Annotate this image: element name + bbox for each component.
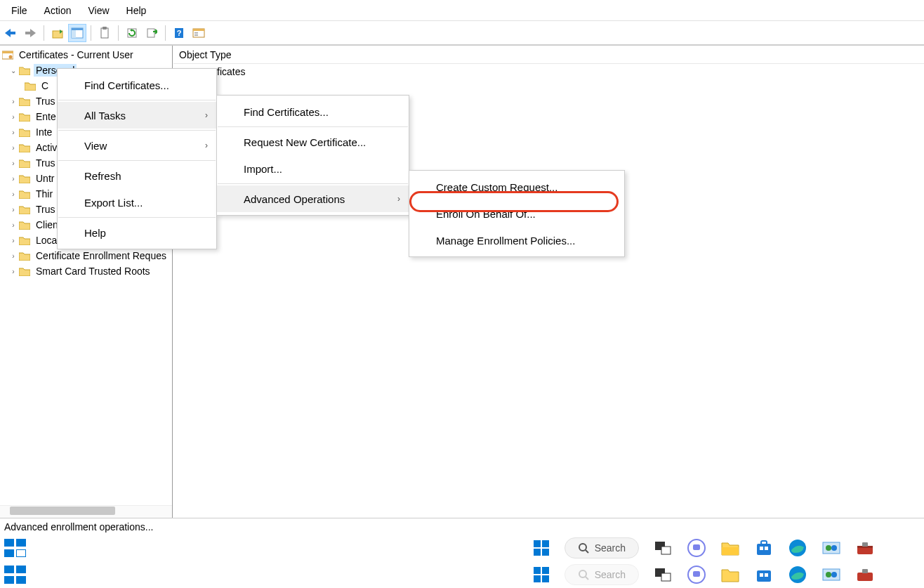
folder-icon bbox=[18, 235, 31, 246]
svg-rect-13 bbox=[193, 29, 204, 31]
svg-rect-23 bbox=[542, 549, 549, 556]
back-button[interactable] bbox=[1, 24, 20, 42]
ctx-find-certificates-2[interactable]: Find Certificates... bbox=[217, 98, 409, 125]
help-button[interactable]: ? bbox=[170, 24, 188, 42]
export-button[interactable] bbox=[143, 24, 161, 42]
file-explorer-icon[interactable] bbox=[720, 538, 740, 558]
folder-icon bbox=[18, 250, 31, 261]
svg-rect-33 bbox=[760, 547, 763, 550]
ctx-help[interactable]: Help bbox=[58, 219, 216, 246]
tree-node[interactable]: ›Smart Card Trusted Roots bbox=[1, 263, 172, 279]
expander-icon[interactable]: › bbox=[8, 268, 18, 275]
expander-icon[interactable]: › bbox=[8, 159, 18, 167]
ctx-manage-enrollment-policies[interactable]: Manage Enrollment Policies... bbox=[409, 227, 624, 254]
menu-help[interactable]: Help bbox=[118, 2, 155, 19]
expander-icon[interactable]: › bbox=[8, 98, 18, 105]
ctx-create-custom-request[interactable]: Create Custom Request... bbox=[409, 174, 624, 200]
menu-file[interactable]: File bbox=[3, 2, 36, 19]
expander-icon[interactable]: › bbox=[8, 113, 18, 121]
expander-icon[interactable]: ⌄ bbox=[8, 67, 18, 74]
up-button[interactable] bbox=[48, 24, 67, 42]
tree-node[interactable]: ›Certificate Enrollment Reques bbox=[1, 248, 172, 263]
taskview-icon[interactable] bbox=[653, 565, 673, 584]
ctx-enroll-on-behalf-of[interactable]: Enroll On Behalf Of... bbox=[409, 200, 624, 227]
certificates-icon[interactable] bbox=[190, 24, 208, 42]
content-pane: Object Type ficates Find Certificates...… bbox=[173, 46, 924, 518]
taskbar: Search Search bbox=[0, 535, 924, 588]
tree-root[interactable]: Certificates - Current User bbox=[1, 47, 172, 63]
svg-point-19 bbox=[9, 55, 13, 59]
tree-node-label: Trus bbox=[34, 157, 57, 169]
expander-icon[interactable]: › bbox=[8, 252, 18, 260]
folder-icon bbox=[24, 80, 37, 91]
refresh-button[interactable] bbox=[123, 24, 141, 42]
tree-hscroll-thumb[interactable] bbox=[10, 507, 115, 515]
folder-icon bbox=[18, 96, 31, 107]
chevron-right-icon: › bbox=[205, 141, 208, 150]
expander-icon[interactable]: › bbox=[8, 175, 18, 183]
ctx-all-tasks[interactable]: All Tasks› bbox=[58, 102, 216, 129]
chat-icon[interactable] bbox=[687, 538, 706, 558]
expander-icon[interactable]: › bbox=[8, 190, 18, 198]
svg-rect-32 bbox=[761, 541, 767, 544]
svg-rect-42 bbox=[534, 567, 541, 574]
file-explorer-icon[interactable] bbox=[720, 565, 740, 584]
svg-rect-51 bbox=[693, 571, 700, 577]
column-header-object-type: Object Type bbox=[179, 49, 231, 60]
toolbox-icon[interactable] bbox=[855, 565, 875, 584]
search-placeholder: Search bbox=[595, 542, 626, 554]
ctx-request-new-certificate[interactable]: Request New Certificate... bbox=[217, 129, 409, 155]
show-tree-button[interactable] bbox=[68, 24, 86, 42]
svg-rect-54 bbox=[765, 573, 768, 577]
start-button-dup[interactable] bbox=[4, 566, 28, 584]
expander-icon[interactable]: › bbox=[8, 206, 18, 214]
expander-icon[interactable]: › bbox=[8, 237, 18, 244]
control-panel-icon[interactable] bbox=[821, 538, 841, 558]
svg-rect-0 bbox=[10, 32, 15, 34]
ctx-export-list[interactable]: Export List... bbox=[58, 189, 216, 216]
tree-node-label: Thir bbox=[34, 188, 55, 200]
content-header[interactable]: Object Type bbox=[173, 46, 924, 64]
ctx-advanced-operations[interactable]: Advanced Operations› bbox=[217, 185, 409, 212]
menu-separator bbox=[58, 160, 216, 161]
ctx-find-certificates[interactable]: Find Certificates... bbox=[58, 72, 216, 98]
taskview-icon[interactable] bbox=[653, 538, 673, 558]
start-menu-icon[interactable] bbox=[532, 539, 550, 557]
svg-point-24 bbox=[579, 544, 586, 551]
start-menu-icon[interactable] bbox=[532, 566, 550, 584]
chevron-right-icon: › bbox=[205, 110, 208, 120]
content-row[interactable]: ficates bbox=[173, 64, 924, 79]
taskbar-search[interactable]: Search bbox=[565, 537, 639, 558]
expander-icon[interactable]: › bbox=[8, 129, 18, 136]
toolbox-icon[interactable] bbox=[855, 538, 875, 558]
edge-icon[interactable] bbox=[788, 538, 807, 558]
svg-rect-14 bbox=[194, 32, 198, 33]
svg-rect-44 bbox=[534, 575, 541, 582]
folder-icon bbox=[18, 157, 31, 169]
ctx-refresh[interactable]: Refresh bbox=[58, 162, 216, 189]
forward-button[interactable] bbox=[21, 24, 39, 42]
menu-action[interactable]: Action bbox=[36, 2, 80, 19]
store-icon[interactable] bbox=[754, 565, 774, 584]
edge-icon[interactable] bbox=[788, 565, 807, 584]
tree-hscroll-track[interactable] bbox=[0, 505, 172, 518]
clipboard-button[interactable] bbox=[95, 24, 114, 42]
toolbar-separator bbox=[118, 25, 119, 41]
chat-icon[interactable] bbox=[687, 565, 706, 584]
svg-rect-7 bbox=[103, 27, 107, 30]
menu-view[interactable]: View bbox=[79, 2, 117, 19]
svg-rect-43 bbox=[542, 567, 549, 574]
folder-icon bbox=[18, 266, 31, 277]
ctx-import[interactable]: Import... bbox=[217, 155, 409, 182]
start-button[interactable] bbox=[4, 539, 28, 557]
expander-icon[interactable]: › bbox=[8, 144, 18, 152]
expander-icon[interactable]: › bbox=[8, 221, 18, 229]
tree-node-label: Activ bbox=[34, 141, 59, 154]
svg-point-58 bbox=[831, 572, 837, 577]
store-icon[interactable] bbox=[754, 538, 774, 558]
control-panel-icon[interactable] bbox=[821, 565, 841, 584]
taskbar-search-dup[interactable]: Search bbox=[565, 564, 639, 585]
svg-rect-27 bbox=[661, 547, 671, 554]
ctx-view[interactable]: View› bbox=[58, 132, 216, 159]
menu-separator bbox=[218, 126, 408, 127]
